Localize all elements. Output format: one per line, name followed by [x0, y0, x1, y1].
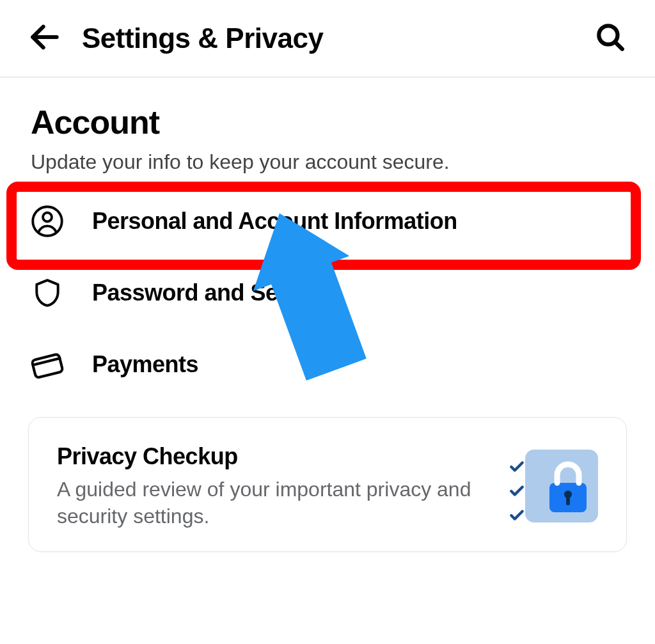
search-button[interactable] [591, 19, 629, 58]
privacy-checkup-card[interactable]: Privacy Checkup A guided review of your … [28, 417, 627, 552]
menu-item-payments[interactable]: Payments [10, 329, 637, 400]
menu-item-label: Payments [92, 351, 198, 378]
svg-rect-10 [566, 496, 570, 505]
person-icon [31, 205, 64, 238]
shield-icon [31, 276, 64, 310]
card-text: Privacy Checkup A guided review of your … [57, 443, 489, 530]
lock-icon [546, 461, 590, 517]
menu-item-label: Personal and Account Information [92, 208, 457, 235]
menu-item-label: Password and Security [92, 279, 339, 306]
menu-item-password-security[interactable]: Password and Security [10, 257, 637, 329]
svg-line-2 [615, 42, 622, 49]
card-title: Privacy Checkup [57, 443, 489, 470]
search-icon [594, 21, 626, 56]
page-title: Settings & Privacy [82, 22, 323, 54]
section-subtitle: Update your info to keep your account se… [31, 150, 624, 174]
header-bar: Settings & Privacy [0, 0, 655, 77]
content-area: Account Update your info to keep your ac… [0, 77, 655, 552]
svg-point-4 [43, 213, 52, 222]
checklist-icon [509, 459, 525, 524]
privacy-checkup-illustration [509, 447, 598, 526]
menu-item-personal-info[interactable]: Personal and Account Information [10, 185, 637, 257]
card-icon [31, 348, 64, 381]
section-title: Account [31, 103, 624, 141]
back-arrow-icon [27, 19, 63, 58]
account-menu: Personal and Account Information Passwor… [10, 185, 637, 400]
card-description: A guided review of your important privac… [57, 476, 489, 530]
back-button[interactable] [26, 19, 64, 58]
